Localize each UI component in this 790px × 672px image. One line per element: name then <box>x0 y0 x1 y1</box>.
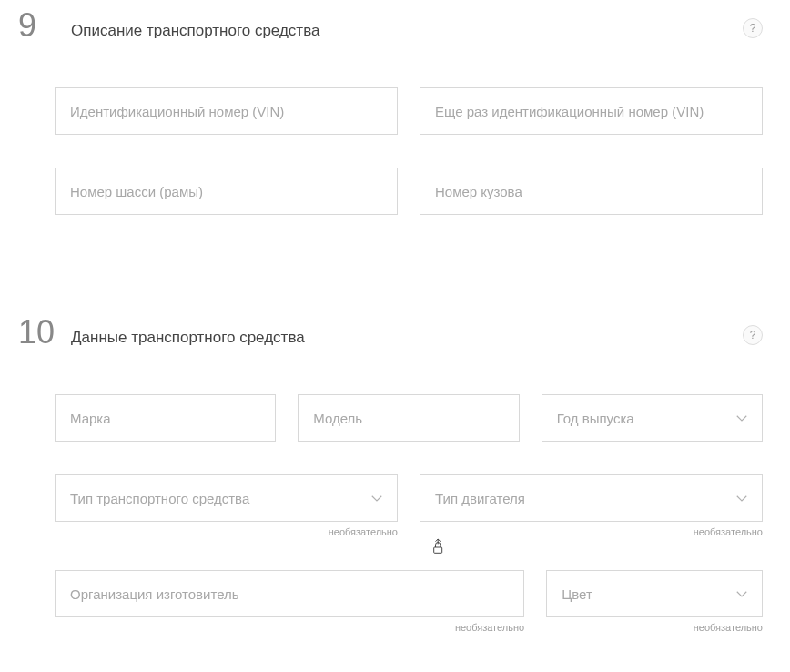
section-body: необязательно необязательно необязательн… <box>18 394 772 633</box>
field-engine-type: необязательно <box>420 474 763 537</box>
form-row <box>55 394 763 442</box>
optional-label: необязательно <box>55 526 398 537</box>
optional-label: необязательно <box>546 622 763 633</box>
section-number: 9 <box>18 9 55 42</box>
section-header: 9 Описание транспортного средства ? <box>18 0 772 87</box>
optional-label: необязательно <box>55 622 524 633</box>
field-body <box>420 168 763 215</box>
vin-input[interactable] <box>55 87 398 135</box>
section-title: Данные транспортного средства <box>71 329 305 347</box>
field-color: необязательно <box>546 570 763 633</box>
year-select-display[interactable] <box>542 394 763 442</box>
form-row <box>55 168 763 215</box>
vin-confirm-input[interactable] <box>420 87 763 135</box>
vehicle-type-select-display[interactable] <box>55 474 398 522</box>
engine-type-select[interactable] <box>420 474 763 522</box>
field-chassis <box>55 168 398 215</box>
field-manufacturer: необязательно <box>55 570 524 633</box>
optional-label: необязательно <box>420 526 763 537</box>
field-vehicle-type: необязательно <box>55 474 398 537</box>
engine-type-select-display[interactable] <box>420 474 763 522</box>
field-model <box>298 394 519 442</box>
section-header: 10 Данные транспортного средства ? <box>18 307 772 394</box>
section-vehicle-data: 10 Данные транспортного средства ? <box>0 307 790 669</box>
question-icon: ? <box>750 329 756 341</box>
field-brand <box>55 394 276 442</box>
field-vin <box>55 87 398 135</box>
field-year <box>542 394 763 442</box>
page: 9 Описание транспортного средства ? <box>0 0 790 669</box>
form-row: необязательно необязательно <box>55 570 763 633</box>
model-input[interactable] <box>298 394 519 442</box>
body-input[interactable] <box>420 168 763 215</box>
year-select[interactable] <box>542 394 763 442</box>
help-button[interactable]: ? <box>743 18 763 38</box>
section-number: 10 <box>18 316 55 349</box>
color-select-display[interactable] <box>546 570 763 617</box>
form-row: необязательно необязательно <box>55 474 763 537</box>
manufacturer-input[interactable] <box>55 570 524 617</box>
vehicle-type-select[interactable] <box>55 474 398 522</box>
chassis-input[interactable] <box>55 168 398 215</box>
section-vehicle-description: 9 Описание транспортного средства ? <box>0 0 790 251</box>
color-select[interactable] <box>546 570 763 617</box>
question-icon: ? <box>750 22 756 35</box>
form-row <box>55 87 763 135</box>
section-title: Описание транспортного средства <box>71 22 319 40</box>
section-body <box>18 87 772 215</box>
brand-input[interactable] <box>55 394 276 442</box>
section-divider <box>0 270 790 270</box>
field-vin-confirm <box>420 87 763 135</box>
help-button[interactable]: ? <box>743 325 763 345</box>
